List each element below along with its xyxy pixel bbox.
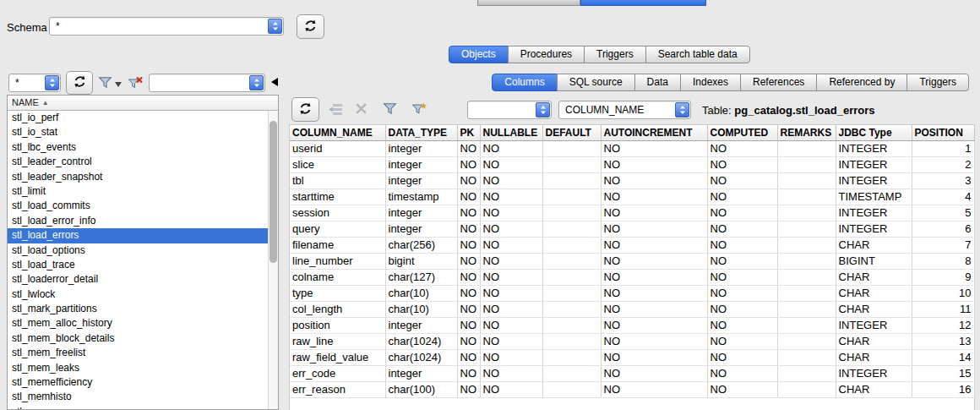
list-item-stl-memhisto[interactable]: stl_memhisto <box>8 390 268 404</box>
list-item-stl-mem-leaks[interactable]: stl_mem_leaks <box>8 361 268 375</box>
columns-quick-filter-select[interactable] <box>467 101 552 119</box>
table-list-scrollbar[interactable] <box>268 111 278 409</box>
list-item-stl-load-trace[interactable]: stl_load_trace <box>8 258 268 272</box>
column-header-column-name[interactable]: COLUMN_NAME <box>290 125 385 140</box>
reset-filter-button[interactable] <box>124 74 146 93</box>
cell-column-name: colname <box>290 269 385 285</box>
column-row-position[interactable]: positionintegerNONONONOINTEGER12 <box>290 317 974 333</box>
window-tab-partial-inactive[interactable] <box>477 0 580 6</box>
cell-data-type: char(256) <box>385 237 457 253</box>
cell-data-type: char(127) <box>385 269 457 285</box>
cell-nullable: NO <box>480 172 542 189</box>
object-type-select[interactable]: * <box>8 74 61 92</box>
tab-columns[interactable]: Columns <box>492 74 557 91</box>
list-item-stl-load-commits[interactable]: stl_load_commits <box>8 199 268 213</box>
refresh-schema-button[interactable] <box>297 14 324 39</box>
cell-position: 7 <box>912 237 974 253</box>
list-item-stl-merge[interactable]: stl_merge <box>8 405 268 409</box>
list-item-stl-io-stat[interactable]: stl_io_stat <box>8 125 268 139</box>
tab-triggers[interactable]: Triggers <box>584 46 646 63</box>
column-row-col-length[interactable]: col_lengthchar(10)NONONONOCHAR11 <box>290 301 974 317</box>
list-quick-filter-select[interactable] <box>149 74 265 92</box>
delete-row-button[interactable] <box>350 100 372 120</box>
cell-default <box>542 140 601 156</box>
column-header-data-type[interactable]: DATA_TYPE <box>385 125 457 140</box>
tab-triggers[interactable]: Triggers <box>906 74 969 91</box>
list-item-stl-load-error-info[interactable]: stl_load_error_info <box>8 214 268 228</box>
filter-list-button[interactable] <box>95 74 115 93</box>
cell-jdbc-type: TIMESTAMP <box>836 189 912 205</box>
jump-to-column-button[interactable] <box>325 100 347 120</box>
filter-remove-icon <box>128 75 144 92</box>
column-row-raw-line[interactable]: raw_linechar(1024)NONONONOCHAR13 <box>290 333 974 349</box>
combo-stepper-icon <box>536 102 550 118</box>
column-row-slice[interactable]: sliceintegerNONONONOINTEGER2 <box>290 156 974 172</box>
cell-position: 1 <box>912 140 974 156</box>
column-row-query[interactable]: queryintegerNONONONOINTEGER6 <box>290 221 974 237</box>
list-item-stl-lbc-events[interactable]: stl_lbc_events <box>8 140 268 155</box>
scrollbar-thumb[interactable] <box>270 121 277 263</box>
column-header-autoincrement[interactable]: AUTOINCREMENT <box>601 125 707 140</box>
tab-data[interactable]: Data <box>634 74 681 91</box>
tab-sql-source[interactable]: SQL source <box>557 74 635 91</box>
list-item-stl-mem-alloc-history[interactable]: stl_mem_alloc_history <box>8 316 268 331</box>
cell-remarks <box>777 349 836 365</box>
column-header-computed[interactable]: COMPUTED <box>707 125 777 140</box>
list-item-stl-load-errors[interactable]: stl_load_errors <box>8 228 268 243</box>
column-header-default[interactable]: DEFAULT <box>542 125 601 140</box>
tab-referenced-by[interactable]: Referenced by <box>816 74 907 91</box>
cell-remarks <box>777 333 836 349</box>
combo-stepper-icon <box>675 102 689 118</box>
column-row-userid[interactable]: useridintegerNONONONOINTEGER1 <box>290 140 974 156</box>
splitter-collapse-button[interactable] <box>271 78 278 86</box>
column-row-err-code[interactable]: err_codeintegerNONONONOINTEGER15 <box>290 365 974 381</box>
column-header-pk[interactable]: PK <box>457 125 480 140</box>
list-item-stl-mem-block-details[interactable]: stl_mem_block_details <box>8 331 268 346</box>
list-header-name[interactable]: NAME▲ <box>8 96 278 111</box>
tab-search-table-data[interactable]: Search table data <box>645 46 750 63</box>
filter-columns-button[interactable] <box>378 100 400 120</box>
window-tab-partial-active[interactable] <box>580 0 706 6</box>
tab-objects[interactable]: Objects <box>449 46 509 63</box>
quick-filter-button[interactable] <box>407 100 431 120</box>
column-header-nullable[interactable]: NULLABLE <box>480 125 542 140</box>
list-item-stl-loaderror-detail[interactable]: stl_loaderror_detail <box>8 272 268 287</box>
column-header-position[interactable]: POSITION <box>912 125 974 140</box>
list-item-stl-limit[interactable]: stl_limit <box>8 184 268 199</box>
tab-references[interactable]: References <box>740 74 817 91</box>
list-item-stl-leader-snapshot[interactable]: stl_leader_snapshot <box>8 170 268 184</box>
refresh-list-button[interactable] <box>66 71 93 95</box>
column-row-colname[interactable]: colnamechar(127)NONONONOCHAR9 <box>290 269 974 285</box>
list-item-stl-leader-control[interactable]: stl_leader_control <box>8 155 268 169</box>
column-row-type[interactable]: typechar(10)NONONONOCHAR10 <box>290 285 974 301</box>
schema-select[interactable]: * <box>49 17 284 36</box>
cell-autoincrement: NO <box>601 172 707 189</box>
column-header-jdbc-type[interactable]: JDBC Type <box>836 125 912 140</box>
cell-data-type: integer <box>385 205 457 221</box>
tab-procedures[interactable]: Procedures <box>508 46 585 63</box>
column-row-tbl[interactable]: tblintegerNONONONOINTEGER3 <box>290 172 974 189</box>
column-row-session[interactable]: sessionintegerNONONONOINTEGER5 <box>290 205 974 221</box>
list-item-stl-load-options[interactable]: stl_load_options <box>8 243 268 258</box>
column-row-raw-field-value[interactable]: raw_field_valuechar(1024)NONONONOCHAR14 <box>290 349 974 365</box>
list-item-stl-lwlock[interactable]: stl_lwlock <box>8 287 268 302</box>
refresh-columns-button[interactable] <box>291 97 319 122</box>
cell-jdbc-type: CHAR <box>836 381 912 397</box>
cell-position: 15 <box>912 365 974 381</box>
cell-pk: NO <box>457 381 480 397</box>
filter-menu-dropdown[interactable] <box>114 79 122 88</box>
list-item-stl-io-perf[interactable]: stl_io_perf <box>8 111 268 125</box>
list-item-stl-memefficiency[interactable]: stl_memefficiency <box>8 375 268 390</box>
list-item-stl-mem-freelist[interactable]: stl_mem_freelist <box>8 346 268 360</box>
filter-column-select[interactable]: COLUMN_NAME <box>558 101 691 119</box>
column-row-line-number[interactable]: line_numberbigintNONONONOBIGINT8 <box>290 253 974 269</box>
list-item-stl-mark-partitions[interactable]: stl_mark_partitions <box>8 302 268 316</box>
column-row-err-reason[interactable]: err_reasonchar(100)NONONONOCHAR16 <box>290 381 974 397</box>
table-list: stl_io_perfstl_io_statstl_lbc_eventsstl_… <box>8 111 268 409</box>
cell-remarks <box>777 205 836 221</box>
column-row-filename[interactable]: filenamechar(256)NONONONOCHAR7 <box>290 237 974 253</box>
column-header-remarks[interactable]: REMARKS <box>777 125 836 140</box>
column-row-starttime[interactable]: starttimetimestampNONONONOTIMESTAMP4 <box>290 189 974 205</box>
tab-indexes[interactable]: Indexes <box>680 74 741 91</box>
cell-data-type: integer <box>385 221 457 237</box>
